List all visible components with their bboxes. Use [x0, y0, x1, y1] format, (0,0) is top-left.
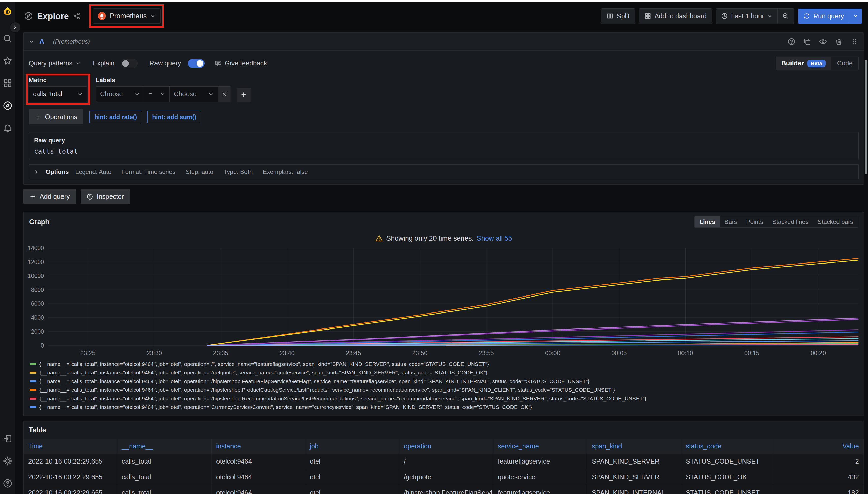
starred-icon[interactable]: [2, 56, 13, 66]
table-cell: 182: [775, 485, 864, 494]
plus-icon: [35, 114, 41, 120]
time-series-chart[interactable]: 0200040006000800010000120001400023:2523:…: [28, 244, 860, 358]
column-header-value[interactable]: Value: [775, 439, 864, 453]
legend-item[interactable]: {__name__="calls_total", instance="otelc…: [30, 386, 857, 394]
chevron-down-icon: [853, 13, 858, 19]
drag-handle-icon[interactable]: [850, 38, 858, 46]
explain-label: Explain: [93, 59, 114, 67]
sign-in-icon[interactable]: [2, 434, 13, 444]
graph-mode-stacked-bars[interactable]: Stacked bars: [813, 216, 858, 227]
inspector-button[interactable]: Inspector: [80, 189, 130, 204]
column-header-servicename[interactable]: service_name: [493, 439, 587, 453]
query-editor-panel: A (Prometheus) Query patterns: [23, 33, 864, 185]
vertical-scrollbar-thumb[interactable]: [865, 60, 868, 174]
share-link-icon[interactable]: [73, 12, 80, 20]
legend-item[interactable]: {__name__="calls_total", instance="otelc…: [30, 394, 857, 403]
explore-compass-icon[interactable]: [2, 100, 13, 111]
add-operation-button[interactable]: Operations: [29, 109, 83, 125]
raw-query-label: Raw query: [149, 59, 181, 67]
series-label: {__name__="calls_total", instance="otelc…: [39, 378, 590, 384]
table-cell: calls_total: [117, 485, 212, 494]
column-header-instance[interactable]: instance: [212, 439, 305, 453]
column-header-statuscode[interactable]: status_code: [681, 439, 775, 453]
table-cell: 2022-10-16 00:22:29.655: [24, 485, 117, 494]
legend-item-partial[interactable]: {__name__="calls_total", instance="otelc…: [30, 412, 857, 413]
search-icon[interactable]: [2, 34, 13, 44]
graph-mode-bars[interactable]: Bars: [720, 216, 741, 227]
settings-gear-icon[interactable]: [2, 456, 13, 466]
alerting-bell-icon[interactable]: [2, 123, 13, 133]
svg-text:23:30: 23:30: [147, 349, 162, 356]
column-header-operation[interactable]: operation: [399, 439, 493, 453]
series-color-marker: [30, 389, 36, 391]
svg-text:8000: 8000: [31, 287, 44, 293]
grafana-logo-icon[interactable]: [2, 6, 14, 18]
table-cell: SPAN_KIND_INTERNAL: [587, 485, 681, 494]
time-picker-group: Last 1 hour: [716, 8, 794, 24]
table-cell: SPAN_KIND_SERVER: [587, 469, 681, 485]
svg-text:23:35: 23:35: [213, 349, 228, 356]
run-query-dropdown-button[interactable]: [849, 8, 862, 24]
raw-query-toggle[interactable]: [188, 59, 204, 68]
column-header-time[interactable]: Time: [24, 439, 117, 453]
legend-item[interactable]: {__name__="calls_total", instance="otelc…: [30, 403, 857, 412]
show-all-series-link[interactable]: Show all 55: [477, 234, 512, 243]
sidebar: [0, 2, 15, 494]
info-circle-icon: [87, 193, 93, 200]
legend-item[interactable]: {__name__="calls_total", instance="otelc…: [30, 360, 857, 368]
legend-item[interactable]: {__name__="calls_total", instance="otelc…: [30, 368, 857, 377]
query-patterns-dropdown[interactable]: Query patterns: [29, 59, 81, 67]
label-operator-select[interactable]: =: [144, 86, 169, 102]
remove-label-filter-button[interactable]: [218, 86, 231, 102]
query-hint-button[interactable]: hint: add rate(): [89, 111, 142, 124]
table-cell: 2022-10-16 00:22:29.655: [24, 454, 117, 469]
options-expander[interactable]: Options: [46, 168, 69, 175]
run-query-button[interactable]: Run query: [798, 8, 849, 24]
metric-select[interactable]: calls_total: [29, 86, 87, 102]
give-feedback-button[interactable]: Give feedback: [215, 59, 267, 67]
hide-query-eye-icon[interactable]: [819, 38, 827, 46]
datasource-picker[interactable]: Prometheus: [93, 8, 161, 24]
duplicate-query-icon[interactable]: [803, 38, 811, 46]
zoom-out-button[interactable]: [777, 8, 794, 24]
explain-toggle[interactable]: [121, 59, 138, 68]
code-mode-button[interactable]: Code: [831, 57, 858, 70]
delete-query-trash-icon[interactable]: [835, 38, 843, 46]
legend-item[interactable]: {__name__="calls_total", instance="otelc…: [30, 377, 857, 386]
graph-mode-stacked-lines[interactable]: Stacked lines: [767, 216, 813, 227]
split-button[interactable]: Split: [601, 8, 635, 24]
sidebar-expand-button[interactable]: [10, 22, 21, 33]
comment-icon: [215, 60, 222, 67]
column-header-spankind[interactable]: span_kind: [587, 439, 681, 453]
graph-mode-points[interactable]: Points: [741, 216, 767, 227]
series-color-marker: [30, 398, 36, 400]
svg-text:23:50: 23:50: [412, 349, 428, 356]
add-label-filter-button[interactable]: [237, 88, 251, 102]
svg-text:23:45: 23:45: [346, 349, 361, 356]
query-help-icon[interactable]: [788, 38, 796, 46]
top-nav: Explore Prometheus: [15, 2, 868, 30]
table-row: 2022-10-16 00:22:29.655calls_totalotelco…: [24, 485, 864, 494]
time-range-picker[interactable]: Last 1 hour: [716, 8, 777, 24]
metric-label: Metric: [29, 77, 87, 84]
collapse-query-chevron-icon[interactable]: [29, 39, 34, 44]
chevron-down-icon: [767, 13, 773, 19]
label-value-select[interactable]: Choose: [169, 86, 218, 102]
help-icon[interactable]: [2, 478, 13, 489]
add-query-button[interactable]: Add query: [23, 189, 76, 204]
graph-mode-lines[interactable]: Lines: [695, 216, 720, 227]
chevron-right-icon[interactable]: [34, 169, 39, 175]
series-label: {__name__="calls_total", instance="otelc…: [39, 369, 487, 376]
label-key-select[interactable]: Choose: [96, 86, 144, 102]
add-to-dashboard-button[interactable]: Add to dashboard: [639, 8, 712, 24]
dashboards-icon[interactable]: [2, 78, 13, 88]
series-label: {__name__="calls_total", instance="otelc…: [39, 361, 489, 367]
series-label: {__name__="calls_total", instance="otelc…: [39, 387, 615, 393]
builder-mode-button[interactable]: Builder Beta: [776, 57, 831, 70]
option-summary-item: Format: Time series: [122, 168, 175, 175]
query-hint-button[interactable]: hint: add sum(): [147, 111, 201, 124]
table-cell: calls_total: [117, 454, 212, 469]
column-header-name[interactable]: __name__: [117, 439, 212, 453]
table-cell: STATUS_CODE_UNSET: [681, 454, 775, 469]
column-header-job[interactable]: job: [305, 439, 399, 453]
